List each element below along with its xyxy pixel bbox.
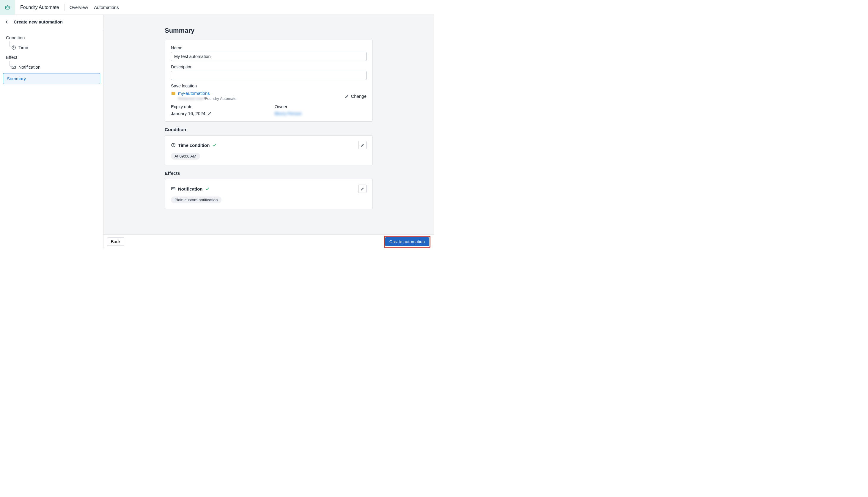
back-arrow-icon[interactable] — [5, 19, 10, 24]
robot-icon — [4, 4, 10, 10]
edit-effect-button[interactable] — [358, 185, 367, 193]
sidebar-group-condition: Condition — [3, 33, 100, 43]
footer: Back Create automation — [103, 234, 434, 248]
sidebar: Create new automation Condition Time Eff… — [0, 15, 103, 248]
app-title: Foundry Automate — [15, 4, 65, 11]
change-location-button[interactable]: Change — [345, 90, 367, 99]
description-label: Description — [171, 65, 367, 69]
expiry-label: Expiry date — [171, 104, 263, 109]
sidebar-header: Create new automation — [0, 15, 103, 29]
svg-point-1 — [6, 7, 7, 8]
svg-point-4 — [7, 5, 8, 6]
description-input[interactable] — [171, 71, 367, 80]
name-input[interactable] — [171, 52, 367, 61]
pencil-icon[interactable] — [208, 112, 212, 115]
sidebar-item-label: Notification — [18, 65, 40, 70]
expiry-value: January 16, 2024 — [171, 111, 205, 116]
condition-title: Time condition — [178, 143, 210, 148]
sidebar-title: Create new automation — [14, 19, 63, 24]
summary-card: Name Description Save location — [165, 40, 373, 122]
sidebar-item-label: Time — [18, 45, 28, 50]
sidebar-item-summary[interactable]: Summary — [3, 73, 100, 84]
condition-card: Time condition At 09:00 AM — [165, 135, 373, 165]
app-logo[interactable] — [0, 0, 15, 15]
save-location-label: Save location — [171, 84, 367, 88]
mail-icon — [171, 186, 176, 191]
main-area: Summary Name Description Save location — [103, 15, 434, 248]
folder-path: Redacted User/Foundry Automate — [178, 96, 237, 101]
pencil-icon — [345, 94, 349, 98]
nav-link-overview[interactable]: Overview — [70, 5, 88, 10]
clock-icon — [11, 45, 16, 50]
svg-rect-0 — [5, 6, 9, 9]
folder-icon — [171, 91, 176, 96]
nav-link-automations[interactable]: Automations — [94, 5, 118, 10]
folder-name-link[interactable]: my-automations — [178, 91, 210, 96]
mail-icon — [11, 65, 16, 70]
create-automation-button[interactable]: Create automation — [385, 237, 429, 246]
edit-condition-button[interactable] — [358, 141, 367, 149]
top-bar: Foundry Automate Overview Automations — [0, 0, 434, 15]
sidebar-item-notification[interactable]: Notification — [3, 62, 100, 72]
condition-chip: At 09:00 AM — [171, 153, 200, 160]
sidebar-group-effect: Effect — [3, 52, 100, 62]
check-icon — [212, 143, 217, 147]
owner-label: Owner — [275, 104, 367, 109]
svg-point-2 — [8, 7, 9, 8]
sidebar-item-time[interactable]: Time — [3, 43, 100, 52]
condition-section-heading: Condition — [165, 127, 373, 132]
pencil-icon — [360, 187, 365, 191]
effects-card: Notification Plain custom notification — [165, 179, 373, 209]
name-label: Name — [171, 45, 367, 50]
effect-title: Notification — [178, 186, 203, 191]
clock-icon — [171, 143, 176, 147]
page-heading: Summary — [165, 27, 373, 34]
pencil-icon — [360, 143, 365, 147]
effects-section-heading: Effects — [165, 171, 373, 176]
create-button-highlight: Create automation — [384, 236, 430, 247]
back-button[interactable]: Back — [107, 238, 124, 246]
effect-chip: Plain custom notification — [171, 197, 222, 203]
owner-value: Blurry Person — [275, 111, 367, 116]
check-icon — [205, 186, 210, 191]
